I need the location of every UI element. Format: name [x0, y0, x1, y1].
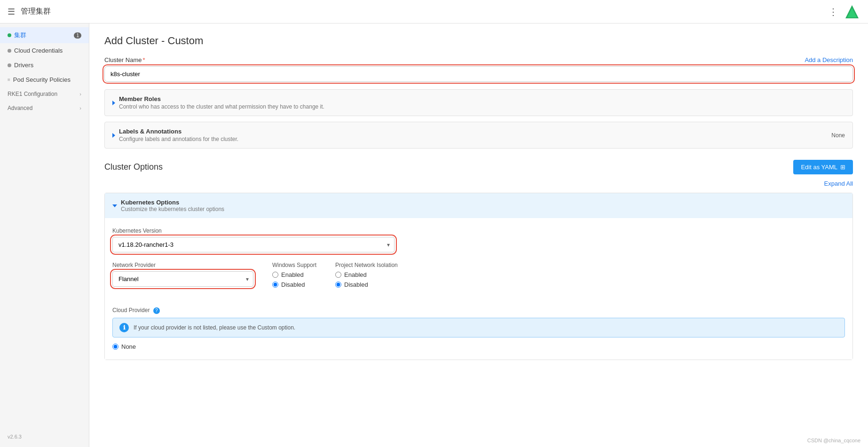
network-provider-label: Network Provider [112, 262, 253, 268]
network-provider-field: Network Provider Flannel Calico Canal We… [112, 262, 253, 287]
project-enabled-option[interactable]: Enabled [335, 271, 398, 278]
windows-enabled-label: Enabled [281, 271, 304, 278]
sidebar-advanced-label: Advanced [8, 105, 32, 111]
cloud-provider-none-option[interactable]: None [112, 343, 845, 350]
cloud-provider-help-icon[interactable]: ? [153, 307, 160, 314]
sidebar-item-rke1[interactable]: RKE1 Configuration › [0, 87, 89, 101]
member-roles-section: Member Roles Control who has access to t… [104, 89, 853, 116]
cloud-provider-section: Cloud Provider ? ℹ If your cloud provide… [112, 307, 845, 350]
topbar-left: ☰ 管理集群 [8, 7, 51, 17]
more-options-icon[interactable]: ⋮ [829, 6, 838, 17]
sidebar-version: v2.6.3 [0, 430, 29, 443]
cloud-provider-info-box: ℹ If your cloud provider is not listed, … [112, 318, 845, 337]
page-title: Add Cluster - Custom [104, 35, 853, 47]
kubernetes-version-select[interactable]: v1.18.20-rancher1-3 [112, 237, 395, 252]
project-disabled-option[interactable]: Disabled [335, 281, 398, 288]
content-area: Add Cluster - Custom Cluster Name* Add a… [89, 24, 868, 447]
sidebar-drivers-label: Drivers [14, 62, 33, 69]
cluster-dot-icon [8, 33, 11, 37]
windows-support-field: Windows Support Enabled Disabled [272, 262, 316, 288]
labels-annotations-arrow-icon [112, 133, 115, 138]
project-network-field: Project Network Isolation Enabled Disabl… [335, 262, 398, 288]
windows-disabled-radio[interactable] [272, 282, 278, 288]
project-network-radio-group: Enabled Disabled [335, 271, 398, 288]
kubernetes-version-select-wrap: v1.18.20-rancher1-3 ▾ [112, 237, 395, 252]
cluster-name-label: Cluster Name* [104, 56, 145, 63]
project-network-label: Project Network Isolation [335, 262, 398, 268]
add-description-link[interactable]: Add a Description [805, 56, 853, 63]
main-layout: 集群 1 Cloud Credentials Drivers ≡ Pod Sec… [0, 24, 868, 447]
hamburger-icon[interactable]: ☰ [8, 7, 15, 17]
cluster-options-title: Cluster Options [104, 162, 163, 172]
project-disabled-radio[interactable] [335, 282, 341, 288]
windows-disabled-label: Disabled [281, 281, 305, 288]
kubernetes-options-header[interactable]: Kubernetes Options Customize the kuberne… [105, 193, 852, 218]
sidebar: 集群 1 Cloud Credentials Drivers ≡ Pod Sec… [0, 24, 89, 447]
cloud-provider-none-label: None [121, 343, 136, 350]
kubernetes-options-arrow-icon [112, 204, 117, 207]
kubernetes-options-panel: Kubernetes Options Customize the kuberne… [104, 193, 853, 360]
brand-logo [844, 3, 860, 20]
cloud-provider-none-radio[interactable] [112, 344, 118, 350]
topbar: ☰ 管理集群 ⋮ [0, 0, 868, 24]
rke1-chevron-icon: › [79, 91, 81, 97]
sidebar-cloud-credentials-label: Cloud Credentials [14, 47, 63, 54]
cluster-name-input-wrap [104, 66, 853, 82]
kubernetes-version-field: Kubernetes Version v1.18.20-rancher1-3 ▾ [112, 227, 845, 252]
cluster-options-header-row: Cluster Options Edit as YAML ⊞ [104, 160, 853, 174]
sidebar-item-pod-security[interactable]: ≡ Pod Security Policies [0, 72, 89, 87]
cloud-provider-label: Cloud Provider ? [112, 307, 845, 314]
windows-enabled-radio[interactable] [272, 272, 278, 278]
labels-annotations-header[interactable]: Labels & Annotations Configure labels an… [105, 122, 852, 148]
network-provider-select-wrap: Flannel Calico Canal Weave ▾ [112, 271, 253, 287]
member-roles-arrow-icon [112, 101, 115, 105]
sidebar-cluster-label: 集群 [14, 31, 26, 39]
sidebar-rke1-label: RKE1 Configuration [8, 91, 57, 97]
windows-support-label: Windows Support [272, 262, 316, 268]
sidebar-pod-security-label: Pod Security Policies [13, 76, 71, 83]
required-indicator: * [142, 56, 145, 63]
labels-annotations-value: None [831, 132, 845, 139]
cluster-name-row: Cluster Name* Add a Description [104, 56, 853, 63]
watermark: CSDN @china_cqcone [807, 438, 860, 443]
sidebar-item-clusters[interactable]: 集群 1 [0, 27, 89, 43]
network-provider-select[interactable]: Flannel Calico Canal Weave [112, 271, 253, 287]
project-enabled-radio[interactable] [335, 272, 341, 278]
kubernetes-options-desc: Customize the kubernetes cluster options [121, 206, 224, 212]
info-icon: ℹ [119, 323, 129, 332]
cluster-name-input[interactable] [104, 66, 853, 82]
expand-all-link[interactable]: Expand All [104, 180, 853, 187]
sidebar-item-advanced[interactable]: Advanced › [0, 101, 89, 115]
cloud-provider-info-text: If your cloud provider is not listed, pl… [134, 324, 295, 331]
kubernetes-options-title: Kubernetes Options [121, 199, 224, 206]
windows-support-radio-group: Enabled Disabled [272, 271, 316, 288]
edit-yaml-button[interactable]: Edit as YAML ⊞ [793, 160, 853, 174]
cloud-credentials-dot-icon [8, 49, 11, 53]
windows-disabled-option[interactable]: Disabled [272, 281, 316, 288]
member-roles-desc: Control who has access to the cluster an… [119, 103, 324, 110]
sidebar-item-drivers[interactable]: Drivers [0, 58, 89, 72]
labels-annotations-title: Labels & Annotations [119, 128, 238, 135]
project-enabled-label: Enabled [344, 271, 367, 278]
kubernetes-options-body: Kubernetes Version v1.18.20-rancher1-3 ▾… [105, 218, 852, 360]
member-roles-header[interactable]: Member Roles Control who has access to t… [105, 90, 852, 116]
labels-annotations-section: Labels & Annotations Configure labels an… [104, 122, 853, 149]
edit-yaml-icon: ⊞ [840, 164, 845, 171]
app-title: 管理集群 [21, 7, 51, 16]
sidebar-item-cloud-credentials[interactable]: Cloud Credentials [0, 43, 89, 58]
drivers-dot-icon [8, 63, 11, 67]
topbar-right: ⋮ [829, 3, 860, 20]
labels-annotations-desc: Configure labels and annotations for the… [119, 136, 238, 142]
kubernetes-version-label: Kubernetes Version [112, 227, 845, 234]
project-disabled-label: Disabled [344, 281, 368, 288]
windows-enabled-option[interactable]: Enabled [272, 271, 316, 278]
cluster-badge: 1 [74, 32, 81, 39]
member-roles-title: Member Roles [119, 95, 324, 102]
network-provider-row: Network Provider Flannel Calico Canal We… [112, 262, 845, 298]
advanced-chevron-icon: › [79, 105, 81, 111]
